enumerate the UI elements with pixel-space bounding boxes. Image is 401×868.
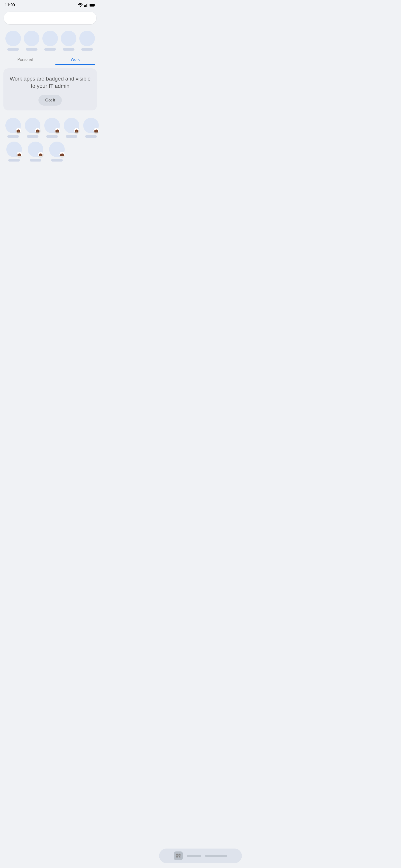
svg-rect-2	[86, 4, 87, 7]
work-icon-wrapper: 💼	[49, 142, 65, 157]
work-badge: 💼	[38, 152, 43, 157]
signal-icon	[84, 3, 88, 7]
work-badge: 💼	[17, 152, 22, 157]
tab-work[interactable]: Work	[50, 54, 100, 65]
info-card-message: Work apps are badged and visible to your…	[8, 75, 92, 90]
work-icon-wrapper: 💼	[5, 118, 21, 133]
work-label-skeleton	[7, 135, 19, 138]
work-icon-wrapper: 💼	[83, 118, 99, 133]
briefcase-icon: 💼	[75, 129, 79, 132]
app-skeleton-3	[42, 31, 58, 51]
work-app-row-2: 💼 💼 💼	[2, 140, 98, 163]
work-app-item[interactable]: 💼	[83, 118, 99, 138]
status-bar: 11:00	[0, 0, 100, 9]
work-label-skeleton	[51, 159, 63, 161]
work-icon-wrapper: 💼	[25, 118, 40, 133]
app-icon-skeleton	[61, 31, 76, 46]
app-label-skeleton	[26, 48, 37, 51]
work-badge: 💼	[16, 128, 21, 133]
work-badge: 💼	[59, 152, 65, 157]
app-label-skeleton	[7, 48, 19, 51]
work-icon-wrapper: 💼	[6, 142, 22, 157]
briefcase-icon: 💼	[36, 129, 40, 132]
battery-icon	[90, 3, 95, 7]
app-skeleton-2	[24, 31, 39, 51]
tabs-container: Personal Work	[0, 54, 100, 65]
work-app-item[interactable]: 💼	[27, 142, 44, 161]
wifi-icon	[78, 3, 83, 7]
svg-rect-6	[90, 4, 94, 6]
work-app-item[interactable]: 💼	[5, 118, 21, 138]
briefcase-icon: 💼	[17, 153, 21, 156]
work-label-skeleton	[85, 135, 97, 138]
work-app-grid: 💼 💼 💼	[0, 114, 100, 163]
svg-rect-5	[95, 4, 95, 6]
work-badge: 💼	[35, 128, 40, 133]
app-icon-skeleton	[42, 31, 58, 46]
app-label-skeleton	[44, 48, 56, 51]
work-icon-wrapper: 💼	[44, 118, 60, 133]
work-app-item[interactable]: 💼	[44, 118, 60, 138]
top-app-grid-skeleton	[0, 28, 100, 52]
work-label-skeleton	[66, 135, 78, 138]
tab-personal[interactable]: Personal	[0, 54, 50, 65]
work-icon-wrapper: 💼	[28, 142, 43, 157]
briefcase-icon: 💼	[94, 129, 98, 132]
search-bar[interactable]	[4, 12, 96, 24]
app-icon-skeleton	[5, 31, 21, 46]
work-app-item[interactable]: 💼	[5, 142, 23, 161]
work-badge: 💼	[74, 128, 79, 133]
briefcase-icon: 💼	[60, 153, 64, 156]
app-skeleton-4	[61, 31, 76, 51]
svg-rect-3	[88, 3, 88, 7]
work-app-item[interactable]: 💼	[25, 118, 40, 138]
info-card: Work apps are badged and visible to your…	[3, 68, 97, 111]
app-label-skeleton	[63, 48, 74, 51]
briefcase-icon: 💼	[55, 129, 59, 132]
svg-rect-1	[85, 5, 86, 7]
work-app-item[interactable]: 💼	[64, 118, 79, 138]
status-time: 11:00	[5, 3, 15, 7]
work-app-item[interactable]: 💼	[48, 142, 66, 161]
app-skeleton-5	[79, 31, 95, 51]
work-app-row-1: 💼 💼 💼	[2, 116, 98, 139]
svg-rect-0	[84, 5, 85, 7]
app-icon-skeleton	[24, 31, 39, 46]
app-icon-skeleton	[79, 31, 95, 46]
briefcase-icon: 💼	[39, 153, 42, 156]
work-label-skeleton	[30, 159, 41, 161]
work-badge: 💼	[55, 128, 60, 133]
work-icon-wrapper: 💼	[64, 118, 79, 133]
app-skeleton-1	[5, 31, 21, 51]
work-label-skeleton	[8, 159, 20, 161]
work-badge: 💼	[93, 128, 99, 133]
briefcase-icon: 💼	[16, 129, 20, 132]
status-icons	[78, 3, 95, 7]
got-it-button[interactable]: Got it	[38, 95, 62, 105]
app-label-skeleton	[81, 48, 93, 51]
work-label-skeleton	[46, 135, 58, 138]
work-label-skeleton	[27, 135, 38, 138]
